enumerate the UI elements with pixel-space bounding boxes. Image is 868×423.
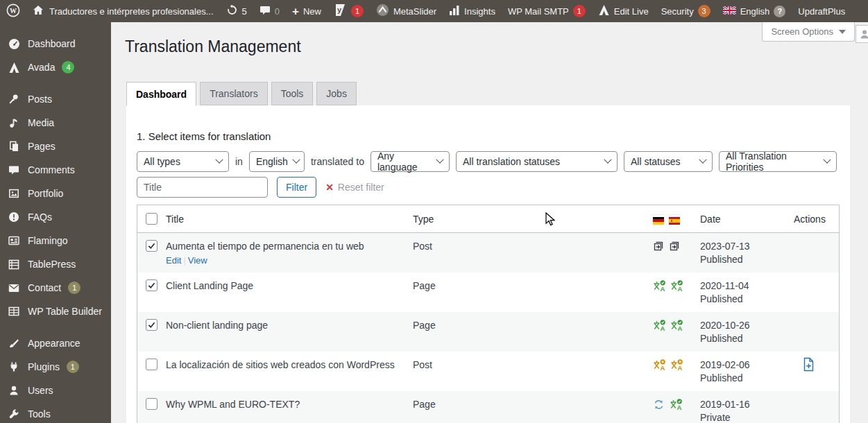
item-date: 2019-02-06 bbox=[700, 359, 794, 372]
avada-logo-icon bbox=[7, 62, 21, 73]
sidebar-item-dashboard[interactable]: Dashboard bbox=[0, 32, 111, 55]
add-translation-action-icon[interactable] bbox=[802, 357, 815, 372]
sidebar-item-comments[interactable]: Comments bbox=[0, 158, 111, 182]
priority-select[interactable]: All Translation Priorities bbox=[719, 151, 837, 172]
sidebar-item-posts[interactable]: Posts bbox=[0, 87, 111, 111]
row-checkbox[interactable] bbox=[146, 240, 158, 252]
wp-mail-smtp-menu[interactable]: WP Mail SMTP 1 bbox=[502, 0, 592, 22]
updraftplus-menu[interactable]: UpdraftPlus bbox=[792, 0, 851, 22]
sidebar-label: Flamingo bbox=[28, 235, 68, 246]
sidebar-item-tablepress[interactable]: TablePress bbox=[0, 252, 111, 276]
yoast-seo-menu[interactable]: y 1 bbox=[327, 0, 370, 22]
column-header-title[interactable]: Title bbox=[166, 214, 413, 225]
row-checkbox[interactable] bbox=[146, 319, 158, 331]
translation-status-select[interactable]: All translation statuses bbox=[456, 151, 618, 172]
source-language-select[interactable]: English bbox=[249, 151, 305, 172]
item-type: Page bbox=[413, 273, 653, 312]
security-menu[interactable]: Security 3 bbox=[655, 0, 717, 22]
sidebar-item-faqs[interactable]: FAQs bbox=[0, 205, 111, 229]
item-type: Page bbox=[413, 312, 653, 352]
translation-status-de-duplicate-icon[interactable] bbox=[653, 241, 664, 273]
tab-dashboard[interactable]: Dashboard bbox=[126, 82, 196, 106]
insights-menu[interactable]: Insights bbox=[443, 0, 502, 22]
translation-needs-update-de-icon[interactable]: A bbox=[653, 359, 665, 391]
select-all-checkbox[interactable] bbox=[146, 213, 158, 225]
updraftplus-label: UpdraftPlus bbox=[798, 6, 845, 17]
filter-button[interactable]: Filter bbox=[277, 177, 316, 198]
translation-complete-es-icon[interactable]: A bbox=[670, 320, 683, 352]
sidebar-label: Media bbox=[28, 117, 54, 128]
reset-filter-link[interactable]: ✕ Reset filter bbox=[325, 182, 384, 193]
item-date: 2020-11-04 bbox=[700, 279, 794, 293]
yoast-notification-badge: 1 bbox=[351, 5, 364, 17]
item-status: Private bbox=[700, 411, 794, 423]
edit-link[interactable]: Edit bbox=[166, 255, 181, 266]
sidebar-item-avada[interactable]: Avada 4 bbox=[0, 55, 111, 79]
chevron-down-icon bbox=[604, 156, 611, 164]
sidebar-item-plugins[interactable]: Plugins 1 bbox=[0, 355, 111, 379]
item-date: 2020-10-26 bbox=[700, 319, 794, 332]
wordpress-admin-screen: W Traductores e intérpretes profesionale… bbox=[0, 0, 868, 423]
admin-sidebar: Dashboard Avada 4 Posts Media Pag bbox=[0, 22, 111, 423]
item-title: Aumenta el tiempo de permanencia en tu w… bbox=[166, 241, 364, 252]
row-checkbox[interactable] bbox=[146, 359, 158, 370]
tab-translators[interactable]: Translators bbox=[200, 82, 268, 105]
type-filter-select[interactable]: All types bbox=[137, 151, 229, 172]
row-actions: Edit|View bbox=[166, 255, 413, 266]
nav-tabs: Dashboard Translators Tools Jobs bbox=[126, 82, 357, 105]
title-filter-input[interactable] bbox=[137, 177, 268, 198]
translation-needs-update-es-icon[interactable]: A bbox=[670, 359, 683, 391]
screen-options-button[interactable]: Screen Options bbox=[762, 22, 855, 42]
tab-jobs[interactable]: Jobs bbox=[316, 82, 357, 105]
edit-live-menu[interactable]: Edit Live bbox=[592, 0, 655, 22]
translation-status-es-duplicate-icon[interactable] bbox=[669, 241, 680, 273]
post-status-select[interactable]: All statuses bbox=[624, 151, 713, 172]
metaslider-menu[interactable]: MetaSlider bbox=[370, 0, 443, 22]
tab-tools[interactable]: Tools bbox=[271, 82, 314, 105]
sidebar-item-appearance[interactable]: Appearance bbox=[0, 331, 111, 355]
sidebar-item-wp-table-builder[interactable]: WP Table Builder bbox=[0, 300, 111, 323]
row-checkbox[interactable] bbox=[146, 398, 158, 410]
chevron-down-icon bbox=[823, 156, 831, 164]
sidebar-label: Comments bbox=[28, 164, 75, 175]
translation-complete-es-icon[interactable]: A bbox=[670, 399, 682, 423]
translation-in-progress-de-icon[interactable] bbox=[653, 399, 665, 423]
view-link[interactable]: View bbox=[188, 255, 207, 266]
target-language-select[interactable]: Any language bbox=[371, 151, 450, 172]
updates-count: 5 bbox=[242, 6, 247, 17]
column-header-date[interactable]: Date bbox=[700, 214, 794, 225]
security-badge: 3 bbox=[698, 5, 710, 17]
translation-complete-de-icon[interactable]: A bbox=[653, 280, 665, 312]
sidebar-item-portfolio[interactable]: Portfolio bbox=[0, 182, 111, 205]
new-content-menu[interactable]: + New bbox=[286, 0, 327, 22]
new-label: New bbox=[303, 6, 321, 17]
wordpress-menu[interactable]: W bbox=[0, 0, 26, 22]
updates-menu[interactable]: 5 bbox=[220, 0, 253, 22]
dashboard-gauge-icon bbox=[7, 38, 21, 50]
paintbrush-icon bbox=[7, 338, 21, 349]
translation-complete-de-icon[interactable]: A bbox=[653, 320, 665, 352]
sidebar-label: Pages bbox=[28, 141, 56, 152]
sidebar-label: Plugins bbox=[28, 361, 60, 372]
sidebar-item-pages[interactable]: Pages bbox=[0, 135, 111, 158]
avatar[interactable] bbox=[856, 25, 868, 43]
chevron-down-icon bbox=[839, 30, 846, 34]
sidebar-item-media[interactable]: Media bbox=[0, 111, 111, 135]
comments-menu[interactable]: 0 bbox=[253, 0, 286, 22]
sidebar-item-contact[interactable]: Contact 1 bbox=[0, 276, 111, 300]
translation-complete-es-icon[interactable]: A bbox=[670, 280, 683, 312]
language-switcher-menu[interactable]: English ? bbox=[717, 0, 792, 22]
sidebar-item-flamingo[interactable]: Flamingo bbox=[0, 229, 111, 252]
sidebar-item-users[interactable]: Users bbox=[0, 379, 111, 402]
row-checkbox[interactable] bbox=[146, 279, 158, 291]
comment-bubble-icon bbox=[7, 165, 21, 175]
column-header-languages bbox=[653, 215, 700, 223]
sidebar-label: Avada bbox=[28, 62, 55, 73]
address-card-icon bbox=[7, 236, 21, 245]
site-name-menu[interactable]: Traductores e intérpretes profesionales.… bbox=[26, 0, 220, 22]
svg-text:A: A bbox=[678, 285, 683, 293]
wordpress-logo-icon: W bbox=[6, 3, 20, 19]
sidebar-item-tools[interactable]: Tools bbox=[0, 402, 111, 423]
type-filter-value: All types bbox=[144, 156, 180, 167]
item-date: 2023-07-13 bbox=[700, 240, 794, 253]
